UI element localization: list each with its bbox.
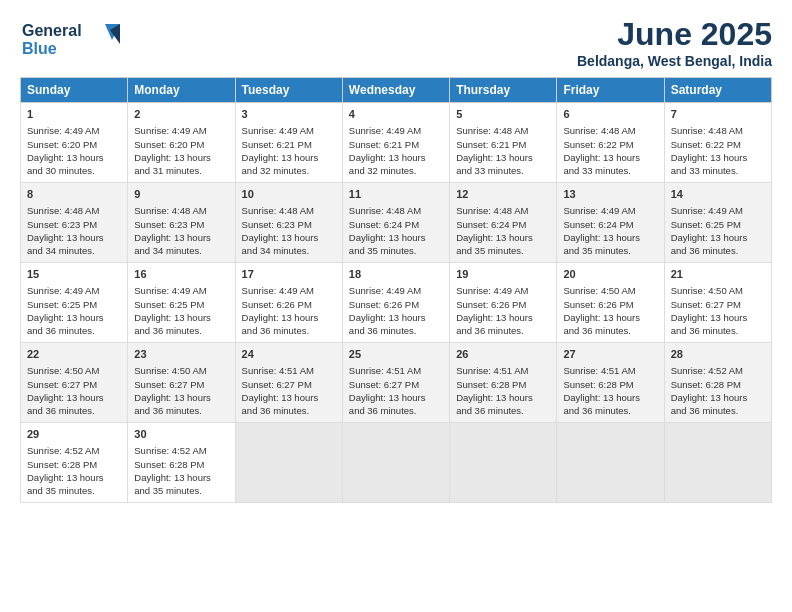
calendar-week-4: 22Sunrise: 4:50 AMSunset: 6:27 PMDayligh… [21, 343, 772, 423]
day-info: Daylight: 13 hours [456, 311, 550, 324]
day-info: Daylight: 13 hours [27, 391, 121, 404]
day-info: and 36 minutes. [27, 404, 121, 417]
day-info: Daylight: 13 hours [456, 151, 550, 164]
month-year-title: June 2025 [577, 16, 772, 53]
title-block: June 2025 Beldanga, West Bengal, India [577, 16, 772, 69]
day-number: 30 [134, 427, 228, 442]
calendar-body: 1Sunrise: 4:49 AMSunset: 6:20 PMDaylight… [21, 103, 772, 503]
day-number: 27 [563, 347, 657, 362]
calendar-cell: 7Sunrise: 4:48 AMSunset: 6:22 PMDaylight… [664, 103, 771, 183]
day-number: 16 [134, 267, 228, 282]
day-info: Daylight: 13 hours [563, 311, 657, 324]
day-info: Daylight: 13 hours [134, 471, 228, 484]
day-info: Daylight: 13 hours [134, 231, 228, 244]
calendar-week-2: 8Sunrise: 4:48 AMSunset: 6:23 PMDaylight… [21, 183, 772, 263]
day-number: 15 [27, 267, 121, 282]
day-info: Sunset: 6:26 PM [242, 298, 336, 311]
day-info: Daylight: 13 hours [349, 311, 443, 324]
day-info: Sunset: 6:26 PM [563, 298, 657, 311]
day-info: and 33 minutes. [671, 164, 765, 177]
day-info: Sunrise: 4:49 AM [242, 284, 336, 297]
day-info: Sunset: 6:27 PM [349, 378, 443, 391]
day-info: Sunrise: 4:48 AM [349, 204, 443, 217]
header-day-thursday: Thursday [450, 78, 557, 103]
calendar-cell: 6Sunrise: 4:48 AMSunset: 6:22 PMDaylight… [557, 103, 664, 183]
calendar-cell: 28Sunrise: 4:52 AMSunset: 6:28 PMDayligh… [664, 343, 771, 423]
day-info: Sunrise: 4:49 AM [349, 284, 443, 297]
day-info: Sunset: 6:26 PM [456, 298, 550, 311]
calendar-week-3: 15Sunrise: 4:49 AMSunset: 6:25 PMDayligh… [21, 263, 772, 343]
day-info: Sunset: 6:20 PM [134, 138, 228, 151]
header-day-monday: Monday [128, 78, 235, 103]
calendar-cell: 30Sunrise: 4:52 AMSunset: 6:28 PMDayligh… [128, 423, 235, 503]
calendar-cell: 20Sunrise: 4:50 AMSunset: 6:26 PMDayligh… [557, 263, 664, 343]
day-number: 2 [134, 107, 228, 122]
day-number: 24 [242, 347, 336, 362]
day-info: Sunrise: 4:49 AM [27, 124, 121, 137]
day-number: 5 [456, 107, 550, 122]
day-info: and 33 minutes. [563, 164, 657, 177]
day-info: Sunset: 6:27 PM [134, 378, 228, 391]
day-info: Sunrise: 4:49 AM [134, 124, 228, 137]
day-info: Sunset: 6:21 PM [242, 138, 336, 151]
day-info: Sunrise: 4:48 AM [456, 124, 550, 137]
calendar-cell: 15Sunrise: 4:49 AMSunset: 6:25 PMDayligh… [21, 263, 128, 343]
day-number: 25 [349, 347, 443, 362]
day-info: Sunrise: 4:49 AM [27, 284, 121, 297]
calendar-cell: 23Sunrise: 4:50 AMSunset: 6:27 PMDayligh… [128, 343, 235, 423]
day-info: Sunset: 6:27 PM [242, 378, 336, 391]
day-info: Sunrise: 4:48 AM [456, 204, 550, 217]
day-info: Sunrise: 4:49 AM [242, 124, 336, 137]
calendar-cell: 27Sunrise: 4:51 AMSunset: 6:28 PMDayligh… [557, 343, 664, 423]
calendar-cell [450, 423, 557, 503]
day-info: and 31 minutes. [134, 164, 228, 177]
day-info: and 36 minutes. [456, 404, 550, 417]
day-info: Daylight: 13 hours [27, 231, 121, 244]
day-info: Daylight: 13 hours [563, 231, 657, 244]
day-info: and 36 minutes. [671, 404, 765, 417]
day-info: Sunset: 6:22 PM [671, 138, 765, 151]
day-number: 17 [242, 267, 336, 282]
day-number: 29 [27, 427, 121, 442]
calendar-cell: 26Sunrise: 4:51 AMSunset: 6:28 PMDayligh… [450, 343, 557, 423]
calendar-cell: 16Sunrise: 4:49 AMSunset: 6:25 PMDayligh… [128, 263, 235, 343]
day-info: Sunrise: 4:49 AM [134, 284, 228, 297]
day-number: 11 [349, 187, 443, 202]
calendar-cell: 2Sunrise: 4:49 AMSunset: 6:20 PMDaylight… [128, 103, 235, 183]
calendar-cell: 22Sunrise: 4:50 AMSunset: 6:27 PMDayligh… [21, 343, 128, 423]
day-info: Daylight: 13 hours [27, 471, 121, 484]
day-info: and 36 minutes. [563, 324, 657, 337]
day-number: 1 [27, 107, 121, 122]
calendar-cell: 24Sunrise: 4:51 AMSunset: 6:27 PMDayligh… [235, 343, 342, 423]
day-info: Daylight: 13 hours [671, 231, 765, 244]
day-number: 10 [242, 187, 336, 202]
day-number: 3 [242, 107, 336, 122]
header-day-wednesday: Wednesday [342, 78, 449, 103]
calendar-cell [235, 423, 342, 503]
page-container: General Blue June 2025 Beldanga, West Be… [0, 0, 792, 519]
day-info: Daylight: 13 hours [27, 151, 121, 164]
day-info: Sunset: 6:25 PM [134, 298, 228, 311]
day-info: Sunrise: 4:50 AM [671, 284, 765, 297]
day-info: and 32 minutes. [349, 164, 443, 177]
calendar-cell: 1Sunrise: 4:49 AMSunset: 6:20 PMDaylight… [21, 103, 128, 183]
day-info: Daylight: 13 hours [242, 391, 336, 404]
day-info: Sunrise: 4:51 AM [349, 364, 443, 377]
day-number: 9 [134, 187, 228, 202]
day-info: and 35 minutes. [456, 244, 550, 257]
day-info: and 36 minutes. [242, 404, 336, 417]
day-number: 8 [27, 187, 121, 202]
day-info: Sunrise: 4:50 AM [563, 284, 657, 297]
day-info: Sunrise: 4:50 AM [27, 364, 121, 377]
day-info: and 35 minutes. [27, 484, 121, 497]
day-info: Sunrise: 4:50 AM [134, 364, 228, 377]
day-info: Daylight: 13 hours [134, 311, 228, 324]
day-info: Sunrise: 4:52 AM [134, 444, 228, 457]
calendar-cell: 19Sunrise: 4:49 AMSunset: 6:26 PMDayligh… [450, 263, 557, 343]
day-info: Sunrise: 4:51 AM [242, 364, 336, 377]
calendar-cell: 12Sunrise: 4:48 AMSunset: 6:24 PMDayligh… [450, 183, 557, 263]
day-info: Daylight: 13 hours [671, 151, 765, 164]
calendar-cell: 4Sunrise: 4:49 AMSunset: 6:21 PMDaylight… [342, 103, 449, 183]
day-info: and 34 minutes. [27, 244, 121, 257]
day-info: Sunrise: 4:49 AM [563, 204, 657, 217]
